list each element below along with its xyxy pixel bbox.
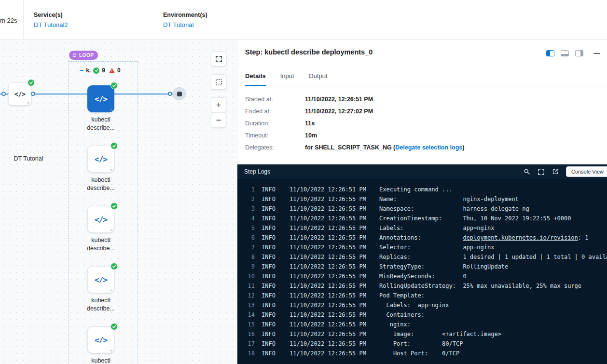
log-timestamp: 11/10/2022 12:26:55 PM bbox=[290, 281, 369, 291]
step-panel-title: Step: kubectl describe deployments_0 bbox=[245, 48, 372, 56]
log-timestamp: 11/10/2022 12:26:55 PM bbox=[290, 243, 369, 252]
detail-value: for SHELL_SCRIPT_TASK_NG (Delegate selec… bbox=[305, 144, 464, 151]
open-in-new-icon[interactable] bbox=[552, 168, 559, 175]
log-line-number: 9 bbox=[243, 262, 255, 271]
pipeline-graph[interactable]: </> « DT Tutorial LOOP − k. 9 0 + − </>«… bbox=[0, 40, 237, 364]
detail-label: Timeout: bbox=[245, 132, 305, 139]
loop-badge: LOOP bbox=[69, 51, 98, 60]
log-message: Host Port: 0/TCP bbox=[379, 349, 459, 358]
log-timestamp: 11/10/2022 12:26:55 PM bbox=[290, 223, 369, 233]
log-line: 11INFO11/10/2022 12:26:55 PMRollingUpdat… bbox=[243, 281, 607, 291]
success-check-icon bbox=[110, 263, 118, 270]
node-sub-icon: « bbox=[110, 228, 112, 232]
loop-badge-label: LOOP bbox=[79, 53, 94, 58]
console-view-button[interactable]: Console View bbox=[566, 166, 607, 177]
stage-node-dt-tutorial[interactable]: </> « DT Tutorial bbox=[8, 82, 31, 106]
detail-row-delegates: Delegates: for SHELL_SCRIPT_TASK_NG (Del… bbox=[237, 144, 607, 151]
split-view-bottom-icon[interactable] bbox=[561, 50, 569, 56]
log-level: INFO bbox=[262, 271, 279, 281]
log-message: Namespace: harness-delegate-ng bbox=[379, 204, 529, 214]
step-node-kubectl-describe[interactable]: </>« bbox=[87, 146, 114, 173]
log-timestamp: 11/10/2022 12:26:55 PM bbox=[290, 320, 369, 329]
detail-value: 11s bbox=[305, 120, 315, 127]
success-check-icon bbox=[110, 142, 118, 149]
log-message: Executing command ... bbox=[379, 185, 453, 194]
detail-label: Started at: bbox=[245, 96, 305, 103]
step-logs-title: Step Logs bbox=[244, 168, 270, 175]
log-timestamp: 11/10/2022 12:26:55 PM bbox=[290, 214, 369, 223]
node-sub-icon: « bbox=[110, 348, 112, 353]
log-timestamp: 11/10/2022 12:26:55 PM bbox=[290, 252, 369, 262]
tab-input[interactable]: Input bbox=[280, 72, 294, 86]
log-level: INFO bbox=[262, 204, 279, 214]
log-line-number: 14 bbox=[243, 310, 255, 320]
connector-dot bbox=[31, 92, 35, 96]
collapse-minus-icon[interactable]: − bbox=[80, 67, 83, 73]
step-node-kubectl-describe[interactable]: </>« bbox=[87, 266, 114, 293]
log-message: Annotations: deployment.kubernetes.io/re… bbox=[379, 233, 589, 243]
log-level: INFO bbox=[262, 320, 279, 329]
log-line-number: 3 bbox=[243, 204, 255, 214]
log-line: 7INFO11/10/2022 12:26:55 PMSelector: app… bbox=[243, 243, 607, 252]
selection-tool-button[interactable] bbox=[211, 74, 226, 90]
log-line: 4INFO11/10/2022 12:26:55 PMCreationTimes… bbox=[243, 214, 607, 223]
log-line-number: 12 bbox=[243, 291, 255, 300]
loop-end-node[interactable] bbox=[173, 87, 186, 100]
zoom-in-button[interactable]: + bbox=[211, 97, 226, 113]
log-level: INFO bbox=[262, 252, 279, 262]
log-line-number: 8 bbox=[243, 252, 255, 262]
expand-logs-button[interactable] bbox=[538, 168, 545, 175]
log-line: 10INFO11/10/2022 12:26:55 PMMinReadySeco… bbox=[243, 271, 607, 281]
success-count-icon bbox=[93, 67, 99, 74]
step-node-kubectl-describe[interactable]: </>« bbox=[87, 206, 114, 233]
minimize-icon[interactable] bbox=[593, 53, 600, 54]
fullscreen-button[interactable] bbox=[211, 51, 226, 67]
loop-icon bbox=[72, 53, 77, 58]
log-line: 14INFO11/10/2022 12:26:55 PM Containers: bbox=[243, 310, 607, 320]
node-sub-icon: « bbox=[110, 288, 112, 293]
log-message-link[interactable]: deployment.kubernetes.io/revision bbox=[463, 234, 578, 241]
code-icon: </> bbox=[14, 90, 25, 98]
split-view-left-icon[interactable] bbox=[546, 50, 554, 56]
service-value-link[interactable]: DT Tutorial2 bbox=[34, 21, 68, 28]
success-count: 9 bbox=[102, 67, 105, 74]
tab-output[interactable]: Output bbox=[309, 72, 328, 86]
log-line: 12INFO11/10/2022 12:26:55 PMPod Template… bbox=[243, 291, 607, 300]
log-message: nginx: bbox=[379, 320, 411, 329]
step-node-kubectl-describe[interactable]: </>« bbox=[87, 326, 114, 353]
split-view-right-icon[interactable] bbox=[575, 50, 583, 56]
code-icon: </> bbox=[95, 275, 107, 284]
log-line-number: 15 bbox=[243, 320, 255, 329]
group-name: k. bbox=[86, 67, 91, 74]
step-node-kubectl-describe[interactable]: </>« bbox=[87, 85, 114, 112]
step-node-label: kubectl describe... bbox=[79, 297, 123, 313]
log-message: Selector: app=nginx bbox=[379, 243, 494, 252]
panel-header: Step: kubectl describe deployments_0 Det… bbox=[237, 40, 607, 86]
log-line-number: 10 bbox=[243, 271, 255, 281]
tab-details[interactable]: Details bbox=[245, 72, 266, 86]
log-level: INFO bbox=[262, 329, 279, 339]
detail-label: Ended at: bbox=[245, 108, 305, 115]
log-timestamp: 11/10/2022 12:26:55 PM bbox=[290, 262, 369, 271]
stage-label: DT Tutorial bbox=[4, 155, 53, 162]
log-level: INFO bbox=[262, 233, 279, 243]
step-details-panel: Step: kubectl describe deployments_0 Det… bbox=[237, 40, 607, 364]
log-level: INFO bbox=[262, 214, 279, 223]
zoom-out-button[interactable]: − bbox=[211, 112, 226, 128]
log-line: 2INFO11/10/2022 12:26:55 PMName: nginx-d… bbox=[243, 194, 607, 204]
log-message: StrategyType: RollingUpdate bbox=[379, 262, 508, 271]
step-node-label: kubectl describe... bbox=[79, 116, 123, 132]
log-line: 9INFO11/10/2022 12:26:55 PMStrategyType:… bbox=[243, 262, 607, 271]
log-level: INFO bbox=[262, 281, 279, 291]
search-logs-button[interactable] bbox=[524, 168, 530, 175]
delegate-selection-logs-link[interactable]: Delegate selection logs bbox=[395, 144, 462, 151]
environment-value-link[interactable]: DT Tutorial bbox=[163, 21, 207, 28]
log-body[interactable]: 1INFO11/10/2022 12:26:51 PMExecuting com… bbox=[237, 179, 607, 364]
failed-count: 0 bbox=[117, 67, 121, 74]
log-line: 5INFO11/10/2022 12:26:55 PMLabels: app=n… bbox=[243, 223, 607, 233]
logs-actions: Console View bbox=[524, 166, 600, 177]
log-timestamp: 11/10/2022 12:26:55 PM bbox=[290, 349, 369, 358]
code-icon: </> bbox=[95, 336, 107, 345]
log-line-number: 11 bbox=[243, 281, 255, 291]
environment-label: Environment(s) bbox=[163, 12, 207, 18]
